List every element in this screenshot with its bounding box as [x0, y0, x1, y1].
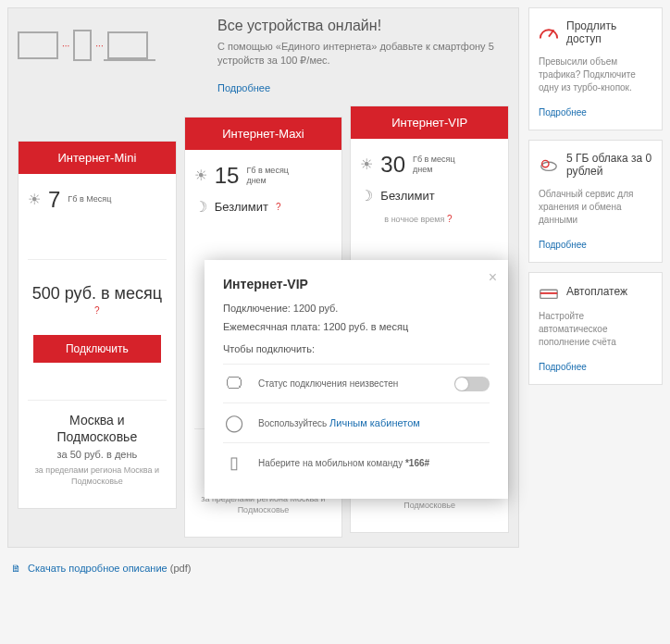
devices-illustration: ··· ··· — [18, 18, 203, 73]
sidebar-card-autopay: Автоплатеж Настройте автоматическое попо… — [528, 272, 663, 385]
monitor-icon: 🖵 — [223, 374, 245, 393]
plan-header: Интернет-Maxi — [185, 118, 342, 150]
modal-monthly-fee: Ежемесячная плата: 1200 руб. в месяц — [223, 321, 490, 332]
info-badge-icon[interactable]: ? — [447, 214, 453, 224]
gb-unit: Гб в месяцднем — [246, 166, 289, 186]
download-ext: (pdf) — [170, 563, 192, 574]
info-badge-icon[interactable]: ? — [276, 202, 281, 212]
night-note: в ночное время — [384, 215, 444, 224]
cloud-icon — [539, 156, 559, 173]
close-icon[interactable]: × — [489, 269, 497, 286]
region-price: за 50 руб. в день — [33, 449, 161, 460]
connect-button[interactable]: Подключить — [33, 335, 161, 363]
info-badge-icon[interactable]: ? — [94, 305, 100, 316]
modal-subtitle: Чтобы подключить: — [223, 343, 490, 354]
document-icon: 🗎 — [11, 563, 21, 574]
card-icon — [539, 284, 559, 301]
status-toggle[interactable] — [454, 377, 490, 391]
promo-subtitle: С помощью «Единого интернета» добавьте к… — [217, 40, 509, 68]
sidebar-card-extend: Продлить доступ Превысили объем трафика?… — [528, 7, 663, 130]
sidebar-desc: Настройте автоматическое пополнение счёт… — [539, 310, 652, 349]
sun-icon: ☀ — [28, 191, 41, 208]
unlimited-label: Безлимит — [380, 189, 434, 203]
person-icon: ◯ — [223, 413, 245, 433]
ussd-code: *166# — [405, 458, 429, 468]
gb-value: 30 — [380, 152, 405, 178]
gb-value: 7 — [48, 187, 60, 213]
sidebar-link[interactable]: Подробнее — [539, 107, 587, 118]
sidebar-link[interactable]: Подробнее — [539, 240, 587, 250]
region-title: Москва и Подмосковье — [33, 412, 161, 445]
gauge-icon — [539, 24, 559, 41]
sidebar-card-cloud: 5 ГБ облака за 0 рублей Облачный сервис … — [528, 140, 663, 263]
promo-title: Все устройства онлайн! — [217, 18, 509, 34]
plan-header: Интернет-Mini — [19, 142, 176, 174]
phone-icon: ▯ — [223, 452, 245, 473]
promo-banner: ··· ··· Все устройства онлайн! С помощью… — [18, 18, 509, 94]
modal-account-row: ◯ Воспользуйтесь Личным кабинетом — [223, 402, 490, 442]
modal-status-row: 🖵 Статус подключения неизвестен — [223, 364, 490, 402]
unlimited-label: Безлимит — [215, 200, 268, 214]
modal-ussd-row: ▯ Наберите на мобильном команду *166# — [223, 442, 490, 482]
status-text: Статус подключения неизвестен — [258, 378, 398, 389]
gb-unit: Гб в Месяц — [68, 194, 111, 204]
plan-header: Интернет-VIP — [351, 106, 508, 139]
modal-connection-fee: Подключение: 1200 руб. — [223, 303, 490, 314]
sidebar-title: Автоплатеж — [566, 285, 627, 298]
moon-icon: ☽ — [194, 198, 207, 216]
price-label: 500 руб. в месяц — [28, 284, 167, 303]
plan-card-mini: Интернет-Mini ☀ 7 Гб в Месяц 500 руб. в … — [18, 141, 177, 509]
gb-value: 15 — [215, 163, 240, 189]
sun-icon: ☀ — [360, 155, 373, 173]
gb-unit: Гб в месяцднем — [413, 155, 455, 175]
sidebar-title: 5 ГБ облака за 0 рублей — [566, 152, 652, 179]
promo-link[interactable]: Подробнее — [217, 82, 270, 93]
personal-account-link[interactable]: Личным кабинетом — [329, 417, 420, 428]
sun-icon: ☀ — [194, 167, 207, 184]
plan-details-modal: × Интернет-VIP Подключение: 1200 руб. Еж… — [205, 260, 508, 499]
download-pdf-link[interactable]: Скачать подробное описание — [28, 563, 168, 574]
moon-icon: ☽ — [360, 187, 373, 204]
modal-title: Интернет-VIP — [223, 277, 490, 291]
sidebar-title: Продлить доступ — [566, 19, 652, 46]
sidebar-desc: Облачный сервис для хранения и обмена да… — [539, 188, 652, 227]
sidebar-desc: Превысили объем трафика? Подключите одну… — [539, 56, 652, 94]
sidebar-link[interactable]: Подробнее — [539, 362, 587, 372]
region-note: за пределами региона Москва и Подмосковь… — [33, 465, 161, 487]
